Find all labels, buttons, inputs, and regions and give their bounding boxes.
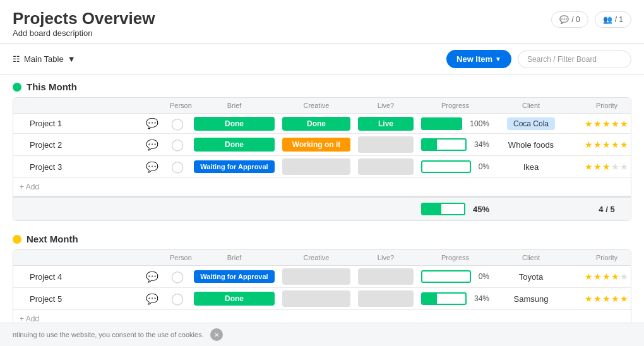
row-priority-p3: ★★★★★ — [569, 159, 631, 174]
share-btn[interactable]: 👥 / 1 — [595, 11, 631, 28]
cookie-close-btn[interactable]: ✕ — [210, 328, 223, 341]
col-live: Live? — [354, 98, 417, 113]
row-priority-p5: ★★★★★ — [569, 291, 631, 306]
row-person-p4[interactable]: ◯ — [165, 267, 190, 286]
person-icon: ◯ — [171, 160, 184, 174]
summary-empty-7 — [493, 204, 569, 214]
comment-count: / 0 — [571, 15, 580, 24]
row-live-p4[interactable] — [354, 266, 417, 287]
creative-empty-p4 — [282, 268, 350, 285]
board-subtitle[interactable]: Add board description — [13, 28, 155, 38]
row-person-p2[interactable]: ◯ — [165, 135, 190, 154]
row-live-p2[interactable] — [354, 134, 417, 155]
stars-p2: ★★★★★ — [585, 140, 629, 150]
row-comment-p5[interactable]: 💬 — [140, 290, 165, 307]
comment-icon: 💬 — [146, 293, 158, 305]
row-progress-p3: 0% — [417, 158, 493, 176]
person-icon: ◯ — [171, 138, 184, 152]
chevron-down-icon: ▼ — [68, 54, 76, 64]
table-view-btn[interactable]: ☷ Main Table ▼ — [13, 54, 76, 64]
row-comment-p1[interactable]: 💬 — [140, 115, 165, 132]
col-progress-nm: Progress — [417, 250, 493, 265]
comment-icon: 💬 — [146, 161, 158, 173]
row-person-p3[interactable]: ◯ — [165, 157, 190, 176]
progress-bar-p3 — [421, 160, 471, 173]
row-live-p1[interactable]: Live — [354, 114, 417, 133]
cookie-text: ntinuing to use the website, you consent… — [13, 331, 204, 338]
table-row: Project 5 💬 ◯ Done 34% Samsung ★★★★★ — [13, 288, 631, 310]
row-progress-p4: 0% — [417, 268, 493, 285]
add-label-this-month[interactable]: + Add — [13, 178, 140, 196]
col-brief-nm: Brief — [190, 250, 278, 265]
row-creative-p5[interactable] — [278, 288, 354, 309]
summary-progress-text: 45% — [473, 205, 489, 214]
row-person-p1[interactable]: ◯ — [165, 114, 190, 133]
progress-text-p4: 0% — [479, 272, 489, 281]
comment-icon: 💬 — [146, 139, 158, 151]
row-creative-p3[interactable] — [278, 156, 354, 177]
col-client: Client — [493, 98, 569, 113]
row-progress-p1: 100% — [417, 115, 493, 133]
summary-empty-6 — [354, 204, 417, 214]
new-item-label: New Item — [456, 54, 492, 64]
comment-btn[interactable]: 💬 / 0 — [551, 11, 588, 28]
col-priority: Priority — [569, 98, 631, 113]
row-person-p5[interactable]: ◯ — [165, 289, 190, 308]
stars-p1: ★★★★★ — [585, 119, 629, 129]
col-live-nm: Live? — [354, 250, 417, 265]
share-count: / 1 — [615, 15, 623, 24]
table-row: Project 1 💬 ◯ Done Done Live 100% Coca C… — [13, 114, 631, 134]
creative-empty-p3 — [282, 158, 350, 175]
summary-priority-text: 4 / 5 — [599, 205, 614, 214]
progress-text-p2: 34% — [474, 140, 489, 149]
comment-icon: 💬 — [559, 15, 569, 24]
col-creative: Creative — [278, 98, 354, 113]
progress-text-p5: 34% — [474, 294, 489, 303]
row-creative-p4[interactable] — [278, 266, 354, 287]
row-comment-p4[interactable]: 💬 — [140, 268, 165, 285]
group-dot-next-month — [13, 235, 21, 244]
summary-progress-fill — [422, 204, 441, 214]
summary-empty-3 — [165, 204, 190, 214]
live-empty-p2 — [358, 136, 414, 153]
row-creative-p2[interactable]: Working on it — [278, 135, 354, 154]
row-brief-p4[interactable]: Waiting for Approval — [190, 268, 278, 285]
row-name-p3: Project 3 — [13, 157, 140, 177]
person-icon: ◯ — [171, 117, 184, 131]
row-brief-p2[interactable]: Done — [190, 135, 278, 154]
row-progress-p5: 34% — [417, 290, 493, 307]
new-item-chevron: ▼ — [495, 56, 501, 63]
row-live-p5[interactable] — [354, 288, 417, 309]
row-creative-p1[interactable]: Done — [278, 114, 354, 133]
col-name-nm — [13, 250, 140, 265]
page-title: Projects Overview — [13, 9, 155, 28]
summary-empty-5 — [278, 204, 354, 214]
row-comment-p3[interactable]: 💬 — [140, 158, 165, 176]
group-header-this-month: This Month — [13, 81, 631, 92]
row-brief-p5[interactable]: Done — [190, 289, 278, 308]
row-client-p4: Toyota — [493, 270, 569, 284]
share-icon: 👥 — [603, 15, 612, 24]
group-header-next-month: Next Month — [13, 234, 631, 244]
group-title-this-month: This Month — [27, 81, 77, 92]
progress-bar-p2 — [421, 138, 467, 151]
col-name — [13, 98, 140, 113]
row-name-p1: Project 1 — [13, 114, 140, 133]
toolbar: ☷ Main Table ▼ New Item ▼ Search / Filte… — [0, 44, 644, 75]
person-icon: ◯ — [171, 292, 184, 306]
row-brief-p3[interactable]: Waiting for Approval — [190, 158, 278, 176]
table-row: Project 2 💬 ◯ Done Working on it 34% Who… — [13, 134, 631, 156]
live-empty-p3 — [358, 158, 414, 175]
row-live-p3[interactable] — [354, 156, 417, 177]
search-box[interactable]: Search / Filter Board — [518, 51, 631, 68]
new-item-button[interactable]: New Item ▼ — [446, 50, 511, 68]
summary-progress-this-month: 45% — [417, 198, 493, 220]
top-bar: Projects Overview Add board description … — [0, 0, 644, 44]
group-dot-this-month — [13, 83, 21, 92]
stars-p3: ★★★★★ — [585, 162, 629, 172]
row-priority-p4: ★★★★★ — [569, 269, 631, 284]
add-row-this-month[interactable]: + Add — [13, 178, 631, 196]
table-this-month: Person Brief Creative Live? Progress Cli… — [13, 97, 631, 221]
row-comment-p2[interactable]: 💬 — [140, 136, 165, 153]
row-brief-p1[interactable]: Done — [190, 114, 278, 133]
